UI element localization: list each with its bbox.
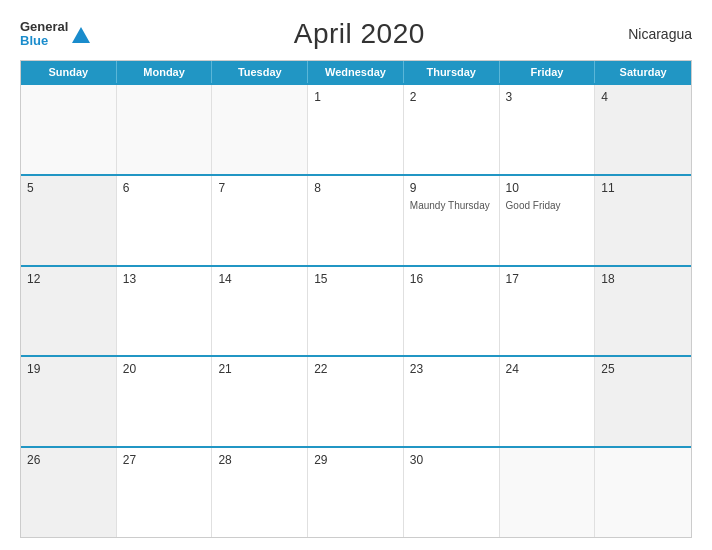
calendar-cell-w4-d6: 24: [500, 357, 596, 446]
day-number: 26: [27, 453, 110, 469]
month-title: April 2020: [294, 18, 425, 50]
calendar-cell-w2-d3: 7: [212, 176, 308, 265]
day-event: Maundy Thursday: [410, 199, 493, 212]
header-saturday: Saturday: [595, 61, 691, 83]
day-number: 5: [27, 181, 110, 197]
country-label: Nicaragua: [628, 26, 692, 42]
header: General Blue April 2020 Nicaragua: [20, 18, 692, 50]
calendar-week-5: 2627282930: [21, 446, 691, 537]
day-number: 4: [601, 90, 685, 106]
calendar-cell-w1-d6: 3: [500, 85, 596, 174]
logo: General Blue: [20, 20, 90, 49]
calendar-cell-w4-d5: 23: [404, 357, 500, 446]
day-number: 23: [410, 362, 493, 378]
logo-general-text: General: [20, 20, 68, 34]
calendar-cell-w4-d7: 25: [595, 357, 691, 446]
calendar-week-2: 56789Maundy Thursday10Good Friday11: [21, 174, 691, 265]
calendar-week-4: 19202122232425: [21, 355, 691, 446]
header-monday: Monday: [117, 61, 213, 83]
calendar-cell-w5-d5: 30: [404, 448, 500, 537]
calendar-cell-w3-d1: 12: [21, 267, 117, 356]
day-number: 3: [506, 90, 589, 106]
day-event: Good Friday: [506, 199, 589, 212]
calendar-cell-w5-d6: [500, 448, 596, 537]
day-number: 15: [314, 272, 397, 288]
header-friday: Friday: [500, 61, 596, 83]
calendar-cell-w5-d7: [595, 448, 691, 537]
day-number: 12: [27, 272, 110, 288]
header-sunday: Sunday: [21, 61, 117, 83]
calendar-cell-w5-d4: 29: [308, 448, 404, 537]
header-tuesday: Tuesday: [212, 61, 308, 83]
day-number: 8: [314, 181, 397, 197]
calendar-cell-w1-d7: 4: [595, 85, 691, 174]
day-number: 27: [123, 453, 206, 469]
calendar-cell-w3-d3: 14: [212, 267, 308, 356]
calendar-cell-w3-d4: 15: [308, 267, 404, 356]
day-number: 17: [506, 272, 589, 288]
calendar-cell-w3-d6: 17: [500, 267, 596, 356]
day-number: 14: [218, 272, 301, 288]
calendar-cell-w2-d1: 5: [21, 176, 117, 265]
day-number: 29: [314, 453, 397, 469]
day-number: 21: [218, 362, 301, 378]
calendar-cell-w4-d2: 20: [117, 357, 213, 446]
day-number: 1: [314, 90, 397, 106]
calendar-cell-w1-d5: 2: [404, 85, 500, 174]
day-number: 22: [314, 362, 397, 378]
day-number: 28: [218, 453, 301, 469]
calendar-cell-w3-d7: 18: [595, 267, 691, 356]
day-number: 20: [123, 362, 206, 378]
header-wednesday: Wednesday: [308, 61, 404, 83]
day-number: 10: [506, 181, 589, 197]
calendar-body: 123456789Maundy Thursday10Good Friday111…: [21, 83, 691, 537]
day-number: 16: [410, 272, 493, 288]
calendar-week-3: 12131415161718: [21, 265, 691, 356]
calendar-cell-w2-d5: 9Maundy Thursday: [404, 176, 500, 265]
calendar-cell-w5-d1: 26: [21, 448, 117, 537]
calendar: Sunday Monday Tuesday Wednesday Thursday…: [20, 60, 692, 538]
day-number: 30: [410, 453, 493, 469]
day-number: 24: [506, 362, 589, 378]
calendar-cell-w5-d3: 28: [212, 448, 308, 537]
day-number: 7: [218, 181, 301, 197]
calendar-cell-w4-d1: 19: [21, 357, 117, 446]
calendar-cell-w4-d3: 21: [212, 357, 308, 446]
calendar-cell-w2-d4: 8: [308, 176, 404, 265]
calendar-cell-w3-d5: 16: [404, 267, 500, 356]
calendar-cell-w2-d6: 10Good Friday: [500, 176, 596, 265]
day-number: 9: [410, 181, 493, 197]
day-number: 13: [123, 272, 206, 288]
logo-blue-text: Blue: [20, 34, 68, 48]
header-thursday: Thursday: [404, 61, 500, 83]
day-number: 19: [27, 362, 110, 378]
calendar-cell-w5-d2: 27: [117, 448, 213, 537]
day-number: 18: [601, 272, 685, 288]
calendar-cell-w2-d2: 6: [117, 176, 213, 265]
calendar-week-1: 1234: [21, 83, 691, 174]
calendar-cell-w2-d7: 11: [595, 176, 691, 265]
calendar-cell-w3-d2: 13: [117, 267, 213, 356]
calendar-cell-w1-d3: [212, 85, 308, 174]
day-number: 2: [410, 90, 493, 106]
logo-triangle-icon: [72, 27, 90, 43]
calendar-header: Sunday Monday Tuesday Wednesday Thursday…: [21, 61, 691, 83]
day-number: 11: [601, 181, 685, 197]
page: General Blue April 2020 Nicaragua Sunday…: [0, 0, 712, 550]
calendar-cell-w1-d1: [21, 85, 117, 174]
calendar-cell-w1-d2: [117, 85, 213, 174]
day-number: 25: [601, 362, 685, 378]
logo-text: General Blue: [20, 20, 68, 49]
calendar-cell-w4-d4: 22: [308, 357, 404, 446]
day-number: 6: [123, 181, 206, 197]
calendar-cell-w1-d4: 1: [308, 85, 404, 174]
